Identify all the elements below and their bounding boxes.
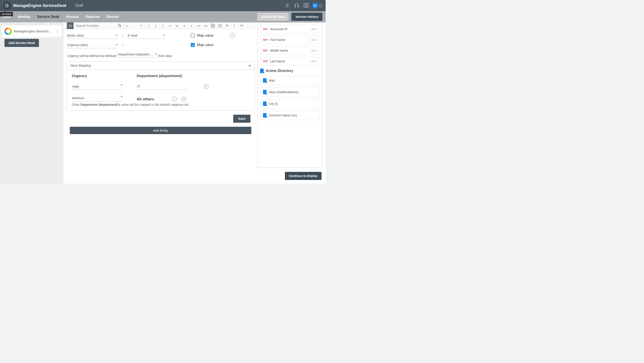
attrs-ad-section: Active Directory <box>260 69 320 73</box>
urgency-dropdown[interactable]: Urgency (abc) <box>67 41 118 48</box>
adp-icon: ADP <box>263 39 268 41</box>
save-button[interactable]: Save <box>233 115 250 123</box>
chevron-up-icon <box>248 65 251 66</box>
vm-all-others: All others <box>137 97 154 101</box>
sidebar-item-label: ManageEngine ServiceD… <box>14 29 55 33</box>
op-lte[interactable]: <= <box>195 22 202 29</box>
op-minus[interactable]: - <box>130 22 138 29</box>
attr-city[interactable]: City (l) <box>260 99 320 108</box>
ad-icon <box>263 90 266 94</box>
op-paren-open[interactable]: ( <box>152 22 159 29</box>
op-info-icon[interactable] <box>231 22 238 29</box>
attributes-panel: ADP Associate ID (abc) ADP First Name (a… <box>258 22 322 168</box>
op-gte[interactable]: >= <box>202 22 209 29</box>
sidebar-item-servicedesk[interactable]: ManageEngine ServiceD… ⋮ <box>2 25 62 37</box>
fx-icon: ƒx <box>67 22 74 29</box>
nav-tabs: view Identity Service Desk Access Observ… <box>3 12 118 22</box>
headset-icon[interactable] <box>294 3 300 8</box>
mode-value-dropdown[interactable]: E-Mail <box>127 32 165 39</box>
add-service-desk-button[interactable]: Add Service Desk <box>4 39 39 47</box>
vm-urgency-medium-dropdown[interactable]: Medium <box>72 95 123 101</box>
op-gt[interactable]: > <box>181 22 188 29</box>
manageengine-logo-icon <box>4 28 12 35</box>
svg-point-7 <box>234 24 234 25</box>
adp-icon: ADP <box>263 28 268 30</box>
op-multiply[interactable]: * <box>138 22 145 29</box>
attr-alias[interactable]: Alias (mailNickName) <box>260 87 320 97</box>
adp-icon: ADP <box>263 60 268 63</box>
remove-mode-button[interactable]: − <box>230 33 235 38</box>
svg-rect-3 <box>298 6 299 7</box>
vm-remove-row-button[interactable]: − <box>172 97 177 101</box>
nav-row: view Identity Service Desk Access Observ… <box>0 11 326 22</box>
attr-mail[interactable]: Mail <box>260 76 320 85</box>
op-divide[interactable]: / <box>145 22 152 29</box>
ad-icon <box>263 113 266 118</box>
upload-hr-button[interactable]: Upload HR Data <box>257 13 289 21</box>
continue-deploy-button[interactable]: Continue to Deploy <box>285 172 322 180</box>
vm-urgency-high-dropdown[interactable]: High <box>72 83 123 90</box>
dept-attr-dropdown[interactable]: Department (departm… <box>118 51 158 58</box>
attr-associate-id[interactable]: ADP Associate ID (abc) <box>260 25 320 33</box>
tab-service-desk[interactable]: Service Desk <box>37 12 60 22</box>
op-clock-icon[interactable] <box>216 22 224 29</box>
ad-icon <box>260 69 264 73</box>
op-text-icon[interactable] <box>224 22 231 29</box>
add-entity-button[interactable]: Add Entity <box>70 127 251 134</box>
adp-icon: ADP <box>263 49 268 52</box>
vm-col-dept: Department (department) <box>137 74 182 78</box>
attr-first-name[interactable]: ADP First Name (abc) <box>260 35 320 44</box>
vm-col-urgency: Urgency <box>72 74 123 78</box>
app-title: ManageEngine ServiceDesk <box>13 3 66 8</box>
value-mapping-panel: Value Mapping : Urgency Department (depa… <box>67 61 254 111</box>
vm-add-row-button[interactable]: + <box>204 84 209 89</box>
search-function-input[interactable] <box>75 23 118 28</box>
svg-point-1 <box>287 5 288 6</box>
alert-icon[interactable]: ! <box>319 4 322 7</box>
op-eq[interactable]: = <box>166 22 174 29</box>
kebab-icon[interactable]: ⋮ <box>55 29 59 33</box>
svg-point-4 <box>118 24 120 26</box>
back-button[interactable]: Go Back <box>3 1 11 9</box>
value-mapping-header[interactable]: Value Mapping : <box>67 61 254 70</box>
map-value-label: Map value <box>197 43 214 47</box>
tab-review[interactable]: Review <box>106 12 118 22</box>
vm-dept-it-input[interactable] <box>137 83 188 90</box>
tab-access[interactable]: Access <box>66 12 78 22</box>
map-value-checkbox-mode[interactable] <box>191 33 195 37</box>
colon: : <box>122 33 123 37</box>
svg-rect-2 <box>295 6 296 7</box>
back-tooltip: Go Back <box>0 12 13 16</box>
op-paren-close[interactable]: ) <box>159 22 166 29</box>
op-lt[interactable]: < <box>188 22 195 29</box>
attr-middle-name[interactable]: ADP Middle Name (abc) <box>260 46 320 55</box>
gear-icon[interactable] <box>284 3 290 8</box>
vm-add-row-button-2[interactable]: + <box>181 97 186 101</box>
urgency-sentence: Urgency will be defined by Attribute Dep… <box>68 51 254 58</box>
attr-common-name[interactable]: Common Name (cn) <box>260 111 320 120</box>
map-value-checkbox-urgency[interactable] <box>191 43 195 47</box>
ad-icon <box>263 78 266 83</box>
op-table-icon[interactable] <box>209 22 216 29</box>
tab-observe[interactable]: Observe <box>85 12 100 22</box>
op-neq[interactable]: != <box>174 22 181 29</box>
colon: : <box>122 43 123 47</box>
function-toolbar: ƒx + - * / ( ) = != > < <box>67 22 254 29</box>
vm-note: Other Department (department)'s value wi… <box>72 103 249 106</box>
editor-area: ƒx + - * / ( ) = != > < <box>64 22 258 170</box>
op-gauge-icon[interactable] <box>238 22 245 29</box>
top-bar: Go Back ManageEngine ServiceDesk Draft A… <box>0 0 326 11</box>
draft-badge: Draft <box>75 3 83 7</box>
book-icon[interactable] <box>303 3 309 8</box>
op-plus[interactable]: + <box>124 22 130 29</box>
avatar[interactable]: AJ <box>312 3 318 8</box>
map-value-label: Map value <box>197 33 214 37</box>
version-history-button[interactable]: Version History <box>291 13 322 21</box>
tab-identity[interactable]: Identity <box>18 12 30 22</box>
ad-icon <box>263 101 266 106</box>
mode-dropdown[interactable]: Mode (abc) <box>67 32 118 39</box>
sidebar: ManageEngine ServiceD… ⋮ Add Service Des… <box>0 22 64 184</box>
attr-last-name[interactable]: ADP Last Name (abc) <box>260 57 320 65</box>
search-icon[interactable] <box>118 23 122 28</box>
